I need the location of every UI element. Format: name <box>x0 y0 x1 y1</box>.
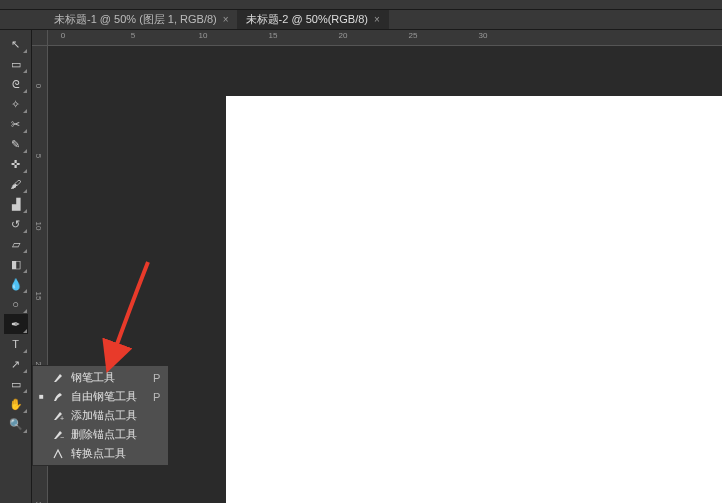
freeform-pen-icon <box>51 391 65 403</box>
ruler-tick: 0 <box>61 31 65 40</box>
flyout-label: 转换点工具 <box>71 446 144 461</box>
rect-marquee-tool[interactable]: ▭ <box>4 54 28 74</box>
pen-tool[interactable]: ✒ <box>4 314 28 334</box>
flyout-item[interactable]: 钢笔工具P <box>33 368 168 387</box>
ruler-tick: 10 <box>34 222 43 231</box>
ruler-tick: 10 <box>199 31 208 40</box>
delete-anchor-icon: − <box>51 429 65 441</box>
flyout-shortcut: P <box>153 372 160 384</box>
lasso-tool[interactable]: ᘓ <box>4 74 28 94</box>
type-tool[interactable]: T <box>4 334 28 354</box>
brush-tool[interactable]: 🖌 <box>4 174 28 194</box>
dodge-tool[interactable]: ○ <box>4 294 28 314</box>
shape-tool[interactable]: ▭ <box>4 374 28 394</box>
crop-tool[interactable]: ✂ <box>4 114 28 134</box>
flyout-label: 添加锚点工具 <box>71 408 144 423</box>
ruler-horizontal[interactable]: 051015202530 <box>48 30 722 46</box>
options-bar <box>0 0 722 10</box>
svg-text:−: − <box>60 434 64 441</box>
zoom-tool[interactable]: 🔍 <box>4 414 28 434</box>
ruler-tick: 0 <box>34 84 43 88</box>
hand-tool[interactable]: ✋ <box>4 394 28 414</box>
ruler-tick: 25 <box>409 31 418 40</box>
flyout-label: 钢笔工具 <box>71 370 137 385</box>
close-icon[interactable]: × <box>374 14 380 25</box>
document-tab-1[interactable]: 未标题-1 @ 50% (图层 1, RGB/8) × <box>46 10 238 29</box>
ruler-tick: 15 <box>269 31 278 40</box>
flyout-item[interactable]: 转换点工具 <box>33 444 168 463</box>
add-anchor-icon: + <box>51 410 65 422</box>
spot-heal-tool[interactable]: ✜ <box>4 154 28 174</box>
ruler-tick: 5 <box>131 31 135 40</box>
convert-anchor-icon <box>51 448 65 460</box>
pen-tool-flyout: 钢笔工具P■自由钢笔工具P+添加锚点工具−删除锚点工具转换点工具 <box>32 365 169 466</box>
history-brush-tool[interactable]: ↺ <box>4 214 28 234</box>
ruler-tick: 5 <box>34 154 43 158</box>
flyout-item[interactable]: +添加锚点工具 <box>33 406 168 425</box>
stamp-tool[interactable]: ▟ <box>4 194 28 214</box>
eyedropper-tool[interactable]: ✎ <box>4 134 28 154</box>
ruler-tick: 15 <box>34 292 43 301</box>
gradient-tool[interactable]: ◧ <box>4 254 28 274</box>
document-tabs: 未标题-1 @ 50% (图层 1, RGB/8) × 未标题-2 @ 50%(… <box>0 10 722 30</box>
move-tool[interactable]: ↖ <box>4 34 28 54</box>
flyout-shortcut: P <box>153 391 160 403</box>
tab-label: 未标题-2 @ 50%(RGB/8) <box>246 12 368 27</box>
ruler-tick: 20 <box>339 31 348 40</box>
path-select-tool[interactable]: ↗ <box>4 354 28 374</box>
blur-tool[interactable]: 💧 <box>4 274 28 294</box>
flyout-label: 删除锚点工具 <box>71 427 144 442</box>
tab-label: 未标题-1 @ 50% (图层 1, RGB/8) <box>54 12 217 27</box>
ruler-tick: 30 <box>479 31 488 40</box>
canvas[interactable] <box>226 96 722 503</box>
svg-text:+: + <box>60 415 64 422</box>
flyout-label: 自由钢笔工具 <box>71 389 137 404</box>
close-icon[interactable]: × <box>223 14 229 25</box>
ruler-origin[interactable] <box>32 30 48 46</box>
eraser-tool[interactable]: ▱ <box>4 234 28 254</box>
active-marker: ■ <box>39 392 45 401</box>
pen-icon <box>51 372 65 384</box>
magic-wand-tool[interactable]: ✧ <box>4 94 28 114</box>
document-tab-2[interactable]: 未标题-2 @ 50%(RGB/8) × <box>238 10 389 29</box>
flyout-item[interactable]: −删除锚点工具 <box>33 425 168 444</box>
flyout-item[interactable]: ■自由钢笔工具P <box>33 387 168 406</box>
tools-panel: ↖▭ᘓ✧✂✎✜🖌▟↺▱◧💧○✒T↗▭✋🔍 <box>0 30 32 503</box>
